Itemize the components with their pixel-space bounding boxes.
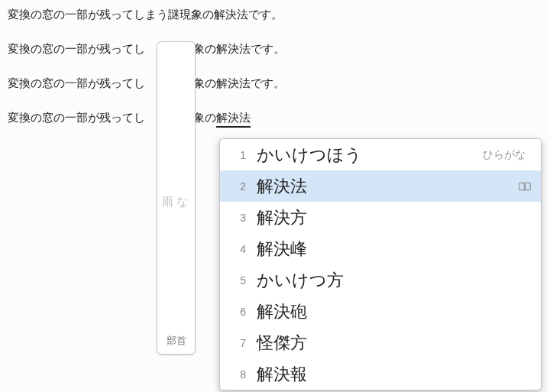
ime-candidate-row[interactable]: 7怪傑方 bbox=[220, 327, 541, 358]
text-line: 変換の窓の一部が残ってしまう謎現象の解決法です。 bbox=[8, 6, 542, 22]
ime-candidate-row[interactable]: 1かいけつほうひらがな bbox=[220, 139, 541, 170]
ime-candidate-word: 解決法 bbox=[257, 175, 307, 198]
text-line: 変換の窓の一部が残ってし う謎現象の解決法です。 bbox=[8, 75, 542, 91]
ime-candidate-row[interactable]: 8解決報 bbox=[220, 358, 541, 390]
ime-candidate-word: 解決砲 bbox=[257, 300, 307, 323]
ime-candidate-word: 解決報 bbox=[257, 363, 307, 386]
ime-candidate-row[interactable]: 2解決法 bbox=[220, 170, 541, 202]
ime-candidate-word: 解決方 bbox=[257, 206, 307, 229]
ime-composing-span: 解決法 bbox=[216, 109, 251, 128]
text-fragment: 変換の窓の一部が残ってし bbox=[8, 111, 145, 124]
ime-candidate-index: 1 bbox=[229, 149, 246, 161]
ime-candidate-window[interactable]: 1かいけつほうひらがな2解決法3解決方4解決峰5かいけつ方6解決砲7怪傑方8解決… bbox=[219, 138, 542, 390]
ime-candidate-word: 解決峰 bbox=[257, 238, 307, 261]
ime-candidate-index: 2 bbox=[229, 180, 246, 193]
ime-candidate-row[interactable]: 6解決砲 bbox=[220, 296, 541, 327]
ime-candidate-index: 7 bbox=[229, 337, 246, 349]
ime-ghost-hint: 雨な bbox=[157, 42, 195, 329]
ime-candidate-index: 4 bbox=[229, 243, 246, 255]
ime-candidate-word: かいけつほう bbox=[257, 144, 362, 167]
ime-candidate-hint: ひらがな bbox=[362, 148, 532, 162]
text-fragment: 変換の窓の一部が残ってし bbox=[8, 42, 145, 55]
dictionary-icon bbox=[518, 180, 532, 193]
ime-candidate-index: 6 bbox=[229, 306, 246, 318]
ime-candidate-word: かいけつ方 bbox=[257, 269, 344, 292]
ime-candidate-index: 5 bbox=[229, 274, 246, 287]
ime-ghost-footer: 部首 bbox=[157, 329, 195, 354]
text-fragment: 変換の窓の一部が残ってし bbox=[8, 76, 145, 89]
document-area: 変換の窓の一部が残ってしまう謎現象の解決法です。 変換の窓の一部が残ってし う謎… bbox=[0, 0, 550, 392]
ime-candidate-word: 怪傑方 bbox=[257, 332, 307, 355]
ime-candidate-index: 3 bbox=[229, 212, 246, 224]
ime-candidate-row[interactable]: 3解決方 bbox=[220, 202, 541, 233]
text-line: 変換の窓の一部が残ってし う謎現象の解決法 bbox=[8, 109, 542, 128]
ime-ghost-palette[interactable]: 雨な 部首 bbox=[157, 41, 196, 355]
ime-candidate-row[interactable]: 5かいけつ方 bbox=[220, 264, 541, 296]
text-line: 変換の窓の一部が残ってし う謎現象の解決法です。 bbox=[8, 40, 542, 57]
ime-candidate-index: 8 bbox=[229, 368, 246, 381]
ime-candidate-row[interactable]: 4解決峰 bbox=[220, 233, 541, 264]
